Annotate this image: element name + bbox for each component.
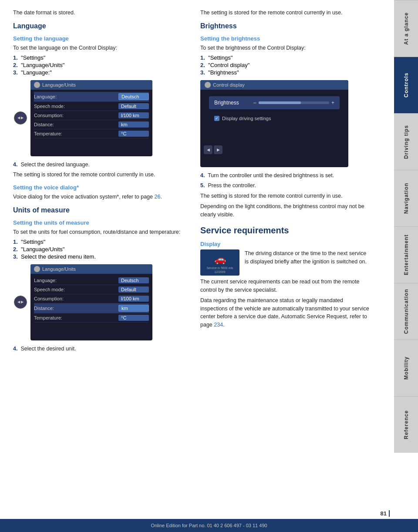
screen-dial: ◀ ▶ (14, 111, 27, 125)
units-heading: Units of measure (13, 206, 187, 214)
voice-link[interactable]: 26 (154, 194, 160, 200)
voice-subheading: Setting the voice dialog* (13, 184, 187, 191)
brightness-step4: 4. Turn the controller until the desired… (200, 172, 370, 180)
brightness-note1: The setting is stored for the remote con… (200, 192, 370, 200)
units-screen-body: Language: Deutsch Speech mode: Default C… (30, 274, 152, 325)
language-screen-wrapper: ◀ ▶ Language/Units Language: Deutsch (13, 80, 187, 156)
screen-row: Distance: km (34, 303, 149, 313)
brightness-heading: Brightness (200, 22, 370, 30)
list-item: 2. "Language/Units" (13, 62, 187, 68)
list-item: 2. "Language/Units" (13, 246, 187, 253)
screen-row: Temperature: °C (34, 129, 149, 138)
screen-row: Consumption: l/100 km (34, 294, 149, 303)
list-item: 2. "Control display" (200, 62, 370, 68)
voice-dialog-section: Setting the voice dialog* Voice dialog f… (13, 184, 187, 201)
service-heading: Service requirements (200, 226, 370, 236)
units-step4: 4. Select the desired unit. (13, 345, 187, 353)
brightness-step5: 5. Press the controller. (200, 182, 370, 190)
sidebar-tab-communication[interactable]: Communication (394, 283, 418, 340)
language-intro: To set the language on the Control Displ… (13, 44, 187, 52)
screen-dial-2: ◀ ▶ (14, 296, 27, 309)
brightness-screen-header: Control display (200, 80, 348, 90)
sidebar-tab-entertainment[interactable]: Entertainment (394, 226, 418, 283)
screen-row: Speech mode: Default (34, 285, 149, 294)
footer-text: Online Edition for Part no. 01 40 2 606 … (151, 523, 267, 528)
display-icon (205, 82, 211, 88)
brightness-slider (259, 101, 329, 104)
units-steps: 1. "Settings" 2. "Language/Units" 3. Sel… (13, 239, 187, 260)
display-settings-row: ✓ Display driving settings (209, 114, 340, 123)
language-subheading: Setting the language (13, 35, 187, 42)
brightness-bar: – + (253, 100, 334, 106)
checkbox-icon: ✓ (214, 116, 219, 121)
language-steps: 1. "Settings" 2. "Language/Units" 3. "La… (13, 54, 187, 76)
screen-body: Language: Deutsch Speech mode: Default C… (30, 90, 152, 141)
sidebar: At a glance Controls Driving tips Naviga… (394, 0, 418, 532)
list-item: 3. "Language:" (13, 69, 187, 76)
language-section: Language Setting the language To set the… (13, 22, 187, 179)
screen-row: Language: Deutsch (34, 92, 149, 102)
language-note: The setting is stored for the remote con… (13, 171, 187, 179)
screen-row: Speech mode: Default (34, 102, 149, 111)
units-screen-wrapper: ◀ ▶ Language/Units Language: Deutsch (13, 264, 187, 340)
service-body2: The current service requirements can be … (200, 278, 370, 294)
page-footer: Online Edition for Part no. 01 40 2 606 … (0, 519, 418, 532)
brightness-steps: 1. "Settings" 2. "Control display" 3. "B… (200, 54, 370, 76)
voice-text: Voice dialog for the voice activation sy… (13, 193, 187, 201)
service-display-sub: Display (200, 241, 370, 247)
screen-header-2: Language/Units (30, 264, 152, 274)
list-item: 1. "Settings" (13, 239, 187, 245)
sidebar-tab-reference[interactable]: Reference (394, 396, 418, 453)
units-intro: To set the units for fuel consumption, r… (13, 228, 187, 236)
nav-left-btn[interactable]: ◀ (204, 145, 212, 154)
units-screen: Language/Units Language: Deutsch Speech … (30, 264, 152, 340)
list-item: 1. "Settings" (200, 54, 370, 61)
screen-row: Consumption: l/100 km (34, 111, 149, 120)
brightness-screen: Control display Brightness – + (200, 80, 348, 167)
sidebar-tab-mobility[interactable]: Mobility (394, 340, 418, 396)
brightness-control-row: Brightness – + (209, 96, 340, 109)
page-number: 81 (381, 510, 390, 517)
service-link[interactable]: 234 (214, 322, 223, 328)
right-column: The setting is stored for the remote con… (196, 9, 370, 515)
brightness-intro: To set the brightness of the Control Dis… (200, 44, 370, 52)
screen-header: Language/Units (30, 80, 152, 90)
sidebar-tab-navigation[interactable]: Navigation (394, 170, 418, 226)
brightness-note2: Depending on the light conditions, the b… (200, 202, 370, 219)
remote-note: The setting is stored for the remote con… (200, 9, 370, 17)
screen-row: Temperature: °C (34, 313, 149, 323)
sidebar-tab-driving-tips[interactable]: Driving tips (394, 113, 418, 170)
service-image: 🚗 Service in 5600 mls12/2009 (200, 249, 239, 276)
units-section: Units of measure Setting the units of me… (13, 206, 187, 353)
settings-icon-2 (34, 266, 40, 272)
brightness-nav: ◀ ▶ (204, 145, 222, 154)
list-item: 1. "Settings" (13, 54, 187, 61)
service-display-block: 🚗 Service in 5600 mls12/2009 The driving… (200, 249, 370, 278)
settings-icon (34, 82, 40, 88)
screen-row: Language: Deutsch (34, 276, 149, 285)
brightness-fill (259, 101, 301, 104)
intro-text: The date format is stored. (13, 9, 187, 17)
service-section: Service requirements Display 🚗 Service i… (200, 226, 370, 329)
sidebar-tab-at-a-glance[interactable]: At a glance (394, 0, 418, 57)
left-column: The date format is stored. Language Sett… (13, 9, 196, 515)
list-item: 3. "Brightness" (200, 69, 370, 76)
nav-right-btn[interactable]: ▶ (214, 145, 222, 154)
language-screen: Language/Units Language: Deutsch Speech … (30, 80, 152, 156)
step4-text: 4. Select the desired language. (13, 161, 187, 169)
screen-row: Distance: km (34, 120, 149, 129)
brightness-subheading: Setting the brightness (200, 35, 370, 42)
language-heading: Language (13, 22, 187, 30)
units-subheading: Setting the units of measure (13, 219, 187, 226)
brightness-section: Brightness Setting the brightness To set… (200, 22, 370, 219)
service-body3: Data regarding the maintenance status or… (200, 296, 370, 329)
sidebar-tab-controls[interactable]: Controls (394, 57, 418, 113)
brightness-body: Brightness – + ✓ (200, 90, 348, 130)
list-item: 3. Select the desired menu item. (13, 253, 187, 260)
